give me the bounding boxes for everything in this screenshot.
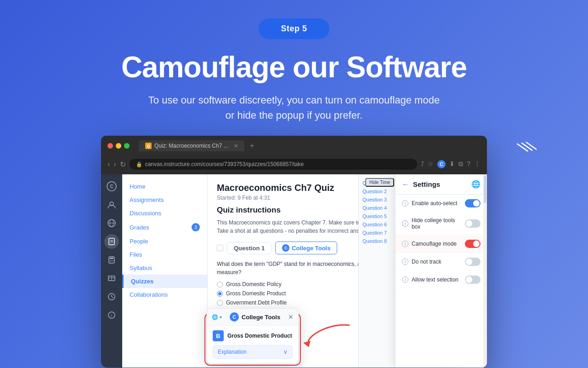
address-bar[interactable]: 🔒 canvas.instructure.com/courses/7393753…	[130, 159, 418, 170]
info-icon-5[interactable]: i	[402, 276, 408, 283]
tab-close-icon[interactable]: ✕	[234, 143, 238, 149]
settings-globe-icon[interactable]: 🌐	[471, 180, 481, 189]
answer-text-2: Government Debt Profile	[226, 299, 287, 306]
settings-header: ← Settings 🌐	[396, 174, 487, 195]
ct-answer-letter: B	[213, 330, 224, 341]
settings-back-button[interactable]: ←	[402, 180, 409, 189]
ct-popup-body: B Gross Domestic Product Explanation ∨	[207, 326, 298, 363]
browser-chrome: Q Quiz: Macroeconomics Ch7 ... ✕ +	[101, 136, 487, 156]
browser-content: C	[101, 174, 487, 368]
info-icon-2[interactable]: i	[402, 220, 408, 227]
svg-text:i: i	[111, 313, 112, 318]
nav-item-collaborations[interactable]: Collaborations	[122, 288, 207, 301]
nav-item-quizzes[interactable]: Quizzes	[122, 275, 207, 288]
nav-item-files[interactable]: Files	[122, 248, 207, 261]
sidebar-icon-world[interactable]	[104, 216, 119, 230]
traffic-lights	[107, 143, 130, 149]
q-list-item-7[interactable]: Question 7	[362, 229, 391, 237]
help-icon[interactable]: ?	[467, 160, 470, 168]
info-icon-1[interactable]: i	[402, 200, 408, 207]
red-arrow	[303, 321, 358, 350]
info-icon-3[interactable]: i	[402, 241, 408, 247]
svg-point-16	[113, 260, 113, 261]
settings-item-left-4: i Do not track	[402, 259, 441, 265]
nav-item-assignments[interactable]: Assignments	[122, 193, 207, 207]
ct-popup-title-text: College Tools	[242, 314, 280, 321]
nav-item-people[interactable]: People	[122, 235, 207, 248]
browser-tab[interactable]: Q Quiz: Macroeconomics Ch7 ... ✕	[139, 140, 244, 151]
college-tools-tab-icon: C	[282, 244, 289, 252]
toggle-text-selection[interactable]	[465, 276, 481, 284]
q-list-item-6[interactable]: Question 6	[362, 220, 391, 229]
bookmark-icon[interactable]: ☆	[428, 160, 434, 168]
sub-text-line2: or hide the popup if you prefer.	[226, 109, 362, 121]
q-list-item-4[interactable]: Question 4	[362, 204, 391, 212]
settings-item-left-2: i Hide college tools box	[402, 217, 465, 230]
svg-point-15	[111, 260, 112, 261]
q-list-item-5[interactable]: Question 5	[362, 212, 391, 220]
ct-popup-header: 🌐 ▾ C College Tools ✕	[207, 309, 298, 326]
new-tab-icon[interactable]: +	[250, 142, 254, 150]
url-text: canvas.instructure.com/courses/7393753/q…	[145, 161, 304, 167]
sidebar-icon-assignments[interactable]	[104, 234, 119, 249]
ct-popup-globe[interactable]: 🌐 ▾	[212, 314, 222, 320]
sidebar-icon-info[interactable]: i	[104, 308, 119, 322]
svg-rect-13	[110, 258, 113, 259]
settings-panel: ← Settings 🌐 i Enable auto-select i Hide…	[395, 174, 487, 368]
sidebar-icon-profile[interactable]	[104, 197, 119, 212]
answer-text-0: Gross Domestic Policy	[226, 281, 282, 288]
extensions-icon[interactable]: ⧉	[458, 160, 463, 168]
settings-item-left-5: i Allow text selection	[402, 276, 458, 283]
minimize-traffic-light[interactable]	[116, 143, 121, 149]
tab-favicon: Q	[145, 143, 152, 149]
refresh-button[interactable]: ↻	[120, 160, 126, 169]
settings-title: Settings	[413, 180, 440, 188]
menu-icon[interactable]: ⋮	[474, 160, 481, 168]
radio-0[interactable]	[217, 282, 223, 288]
radio-1[interactable]	[217, 291, 223, 297]
sidebar-icon-calculator[interactable]	[104, 253, 119, 267]
forward-button[interactable]: ›	[113, 160, 116, 168]
lock-icon: 🔒	[136, 161, 142, 167]
grades-label: Grades	[130, 224, 149, 231]
svg-marker-25	[303, 341, 311, 347]
toggle-auto-select[interactable]	[465, 199, 481, 207]
settings-item-auto-select: i Enable auto-select	[396, 195, 487, 213]
share-icon[interactable]: ⤴	[421, 160, 424, 168]
toggle-camouflage[interactable]	[465, 240, 481, 248]
q-list-item-3[interactable]: Question 3	[362, 196, 391, 204]
nav-item-home[interactable]: Home	[122, 180, 207, 193]
sidebar-icon-clock[interactable]	[104, 289, 119, 304]
settings-item-hide-box: i Hide college tools box	[396, 213, 487, 235]
maximize-traffic-light[interactable]	[124, 143, 130, 149]
info-icon-4[interactable]: i	[402, 259, 408, 265]
question-1-tab[interactable]: Question 1	[227, 242, 271, 254]
toggle-hide-box[interactable]	[465, 219, 481, 228]
settings-label-5: Allow text selection	[412, 276, 458, 283]
nav-item-syllabus[interactable]: Syllabus	[122, 261, 207, 275]
settings-label-1: Enable auto-select	[412, 200, 457, 207]
settings-item-left-3: i Camouflage mode	[402, 241, 457, 247]
toggle-do-not-track[interactable]	[465, 258, 481, 266]
q-list-item-8[interactable]: Question 8	[362, 237, 391, 245]
q-list-item-2[interactable]: Question 2	[362, 187, 391, 196]
radio-2[interactable]	[217, 300, 223, 306]
ct-explanation-button[interactable]: Explanation ∨	[213, 345, 293, 359]
settings-label-4: Do not track	[412, 259, 441, 265]
close-traffic-light[interactable]	[107, 143, 113, 149]
profile-icon[interactable]: C	[437, 160, 446, 168]
settings-item-do-not-track: i Do not track	[396, 253, 487, 271]
ct-popup-icon: C	[230, 312, 239, 322]
hide-time-button[interactable]: Hide Time	[365, 178, 394, 187]
sidebar-icon-table[interactable]	[104, 271, 119, 286]
scrollbar-thumb[interactable]	[484, 175, 486, 203]
back-button[interactable]: ‹	[107, 160, 110, 168]
question-checkbox[interactable]	[217, 245, 223, 251]
nav-item-grades[interactable]: Grades 3	[122, 220, 207, 235]
download-icon[interactable]: ⬇	[449, 160, 455, 168]
svg-line-22	[112, 297, 113, 298]
ct-popup-close-button[interactable]: ✕	[288, 313, 294, 321]
settings-label-2: Hide college tools box	[412, 217, 465, 230]
college-tools-tab[interactable]: C College Tools	[275, 242, 337, 254]
nav-item-discussions[interactable]: Discussions	[122, 207, 207, 220]
